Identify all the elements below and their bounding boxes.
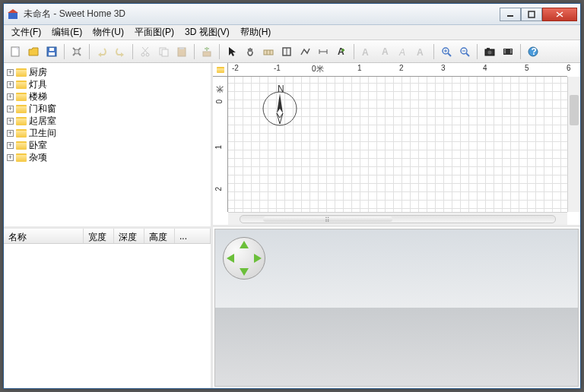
catalog-category[interactable]: +厨房 [5, 66, 209, 78]
expand-icon[interactable]: + [7, 142, 14, 149]
help-button[interactable]: ? [525, 43, 541, 60]
list-body[interactable] [4, 244, 211, 388]
svg-marker-64 [277, 113, 283, 124]
svg-marker-1 [8, 9, 18, 13]
plan-canvas[interactable]: N [228, 77, 567, 212]
folder-icon [16, 153, 27, 162]
catalog-category[interactable]: +杂项 [5, 151, 209, 163]
compass-north-label: N [278, 84, 284, 94]
nav-left-arrow-icon[interactable] [227, 254, 234, 263]
expand-icon[interactable]: + [7, 69, 14, 76]
ruler-tick-label: 2 [399, 64, 404, 72]
italic-button[interactable]: A [413, 43, 430, 60]
cut-button[interactable] [137, 43, 154, 60]
preferences-button[interactable] [68, 43, 85, 60]
new-button[interactable] [7, 43, 24, 60]
expand-icon[interactable]: + [7, 154, 14, 161]
col-more[interactable]: ... [175, 229, 211, 243]
plan-view[interactable]: -2 -1 0米 1 2 3 4 5 6 0米 1 2 [213, 63, 580, 227]
left-pane: +厨房 +灯具 +楼梯 +门和窗 +起居室 +卫生间 +卧室 +杂项 名称 宽度… [4, 63, 213, 388]
maximize-button[interactable] [521, 8, 542, 21]
folder-icon [16, 141, 27, 150]
undo-button[interactable] [94, 43, 110, 60]
expand-icon[interactable]: + [7, 81, 14, 88]
catalog-category[interactable]: +卧室 [5, 139, 209, 151]
svg-point-51 [488, 50, 492, 54]
expand-icon[interactable]: + [7, 106, 14, 112]
toolbar-separator [354, 44, 354, 59]
svg-marker-63 [277, 93, 283, 113]
decrease-text-button[interactable]: A [376, 43, 393, 60]
close-button[interactable] [542, 8, 577, 21]
nav-down-arrow-icon[interactable] [240, 268, 249, 276]
create-photo-button[interactable] [481, 43, 498, 60]
col-height[interactable]: 高度 [144, 229, 175, 243]
menu-help[interactable]: 帮助(H) [236, 24, 276, 40]
copy-button[interactable] [155, 43, 172, 60]
svg-rect-54 [504, 49, 506, 50]
menu-plan[interactable]: 平面图(P) [130, 24, 179, 40]
zoom-out-button[interactable] [456, 43, 473, 60]
category-label: 厨房 [29, 66, 47, 79]
create-polylines-button[interactable] [297, 43, 313, 60]
3d-view[interactable] [214, 229, 579, 387]
ruler-tick-label: 6 [567, 64, 571, 72]
svg-marker-15 [121, 52, 124, 57]
menu-edit[interactable]: 编辑(E) [47, 24, 87, 40]
zoom-in-button[interactable] [438, 43, 455, 60]
select-tool-button[interactable] [224, 43, 240, 60]
svg-rect-9 [49, 52, 55, 55]
pan-tool-button[interactable] [242, 43, 259, 60]
menu-3dview[interactable]: 3D 视图(V) [180, 24, 234, 40]
svg-marker-27 [229, 47, 236, 56]
compass-icon[interactable]: N [259, 84, 301, 127]
expand-icon[interactable]: + [7, 118, 14, 125]
menu-file[interactable]: 文件(F) [7, 24, 46, 40]
add-furniture-button[interactable] [198, 43, 215, 60]
3d-nav-control[interactable] [223, 237, 265, 280]
col-name[interactable]: 名称 [4, 229, 84, 243]
nav-right-arrow-icon[interactable] [254, 254, 262, 263]
app-window: 未命名 - Sweet Home 3D 文件(F) 编辑(E) 物件(U) 平面… [3, 3, 581, 389]
menu-furniture[interactable]: 物件(U) [88, 24, 129, 40]
paste-button[interactable] [173, 43, 190, 60]
catalog-category[interactable]: +楼梯 [5, 90, 209, 103]
catalog-category[interactable]: +起居室 [5, 115, 209, 127]
catalog-category[interactable]: +卫生间 [5, 127, 209, 139]
open-button[interactable] [25, 43, 42, 60]
expand-icon[interactable]: + [7, 130, 14, 137]
svg-line-44 [448, 53, 451, 56]
scrollbar-thumb[interactable] [570, 95, 579, 125]
nav-up-arrow-icon[interactable] [240, 241, 249, 248]
svg-text:A: A [362, 47, 369, 58]
col-depth[interactable]: 深度 [114, 229, 144, 243]
create-video-button[interactable] [500, 43, 516, 60]
svg-line-19 [142, 47, 148, 53]
increase-text-button[interactable]: A [358, 43, 375, 60]
col-width[interactable]: 宽度 [84, 229, 114, 243]
catalog-category[interactable]: +灯具 [5, 78, 209, 90]
scrollbar-thumb[interactable]: ⠿ [263, 217, 392, 222]
create-rooms-button[interactable] [278, 43, 295, 60]
bold-button[interactable]: A [395, 43, 411, 60]
expand-icon[interactable]: + [7, 93, 14, 100]
create-walls-button[interactable] [260, 43, 277, 60]
svg-rect-56 [504, 52, 506, 53]
folder-icon [16, 129, 27, 138]
redo-button[interactable] [112, 43, 129, 60]
create-dimensions-button[interactable] [315, 43, 332, 60]
create-text-button[interactable]: A [333, 43, 350, 60]
folder-icon [16, 117, 27, 125]
horizontal-scrollbar[interactable]: ⠿ [228, 212, 567, 225]
category-label: 门和窗 [29, 103, 56, 115]
minimize-button[interactable] [500, 8, 521, 21]
furniture-catalog[interactable]: +厨房 +灯具 +楼梯 +门和窗 +起居室 +卫生间 +卧室 +杂项 [4, 63, 211, 229]
svg-text:?: ? [532, 46, 537, 57]
vertical-scrollbar[interactable] [567, 77, 580, 212]
catalog-category[interactable]: +门和窗 [5, 103, 209, 115]
menubar: 文件(F) 编辑(E) 物件(U) 平面图(P) 3D 视图(V) 帮助(H) [4, 25, 580, 40]
ruler-tick-label: 1 [214, 145, 223, 150]
svg-rect-0 [8, 12, 17, 19]
scrollbar-track[interactable]: ⠿ [240, 215, 556, 223]
save-button[interactable] [43, 43, 60, 60]
